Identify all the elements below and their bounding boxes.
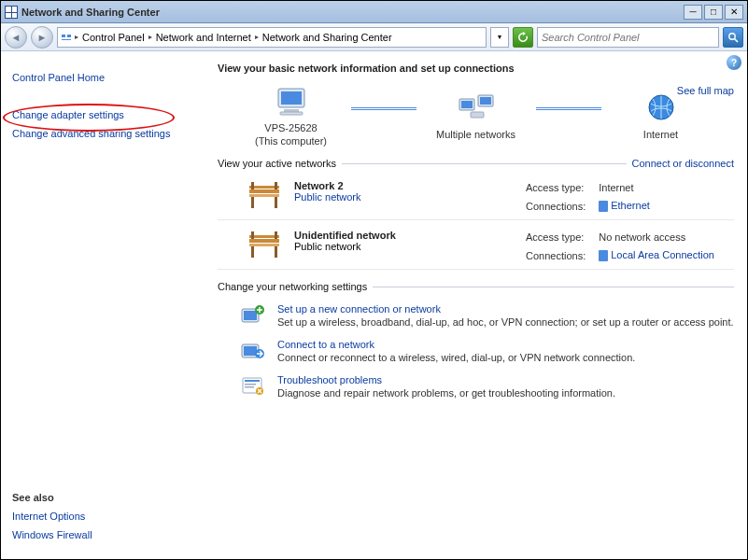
breadcrumb-item[interactable]: Network and Sharing Center (261, 32, 394, 43)
svg-point-3 (729, 33, 735, 38)
svg-rect-0 (62, 35, 65, 37)
sidebar: Control Panel Home Change adapter settin… (1, 51, 205, 559)
change-adapter-settings-link[interactable]: Change adapter settings (12, 109, 193, 120)
svg-rect-10 (461, 101, 473, 108)
bench-icon (246, 180, 283, 214)
svg-rect-1 (67, 35, 71, 37)
close-button[interactable]: ✕ (725, 5, 743, 20)
connections-label: Connections: (526, 201, 586, 212)
search-input[interactable] (538, 32, 718, 43)
action-item: Set up a new connection or network Set u… (218, 298, 734, 333)
svg-rect-18 (251, 197, 254, 208)
svg-rect-29 (275, 231, 277, 239)
svg-rect-19 (275, 197, 277, 208)
connection-link[interactable]: Ethernet (611, 200, 650, 211)
search-box[interactable] (537, 27, 719, 48)
change-advanced-sharing-link[interactable]: Change advanced sharing settings (12, 128, 193, 139)
network-name: Unidentified network (294, 230, 396, 241)
svg-rect-34 (244, 346, 257, 356)
map-this-computer-sub: (This computer) (255, 135, 327, 147)
svg-rect-13 (471, 112, 484, 118)
connect-disconnect-link[interactable]: Connect or disconnect (632, 158, 734, 169)
svg-rect-21 (251, 182, 254, 189)
page-heading: View your basic network information and … (218, 63, 734, 74)
connection-link[interactable]: Local Area Connection (611, 249, 714, 260)
action-description: Diagnose and repair network problems, or… (277, 387, 615, 399)
change-settings-heading: Change your networking settings (218, 281, 367, 292)
network-name: Network 2 (294, 180, 361, 191)
svg-rect-24 (249, 244, 279, 246)
back-button[interactable]: ◄ (5, 26, 27, 49)
breadcrumb-item[interactable]: Control Panel (80, 32, 147, 43)
map-connector-line (351, 107, 416, 110)
breadcrumb-sep-icon[interactable]: ▸ (253, 33, 261, 41)
svg-rect-16 (249, 189, 279, 193)
connections-label: Connections: (526, 250, 586, 261)
network-group-icon (456, 91, 497, 127)
network-map: VPS-25628 (This computer) Multiple netwo… (218, 85, 734, 147)
connect-network-icon (240, 339, 266, 363)
main-content: ? View your basic network information an… (205, 51, 747, 559)
network-card: Network 2 Public network Access type: In… (218, 175, 734, 220)
address-dropdown-button[interactable]: ▾ (490, 27, 509, 48)
svg-rect-23 (249, 239, 279, 243)
see-also-section: See also Internet Options Windows Firewa… (12, 492, 92, 548)
svg-rect-22 (275, 182, 277, 189)
breadcrumb-sep-icon[interactable]: ▸ (147, 33, 154, 41)
internet-globe-icon (643, 91, 679, 127)
svg-rect-25 (251, 246, 254, 258)
map-middle-label: Multiple networks (436, 129, 515, 140)
app-icon (5, 6, 18, 19)
ethernet-plug-icon (599, 201, 608, 212)
action-description: Connect or reconnect to a wireless, wire… (277, 352, 635, 363)
map-connector-line (536, 107, 601, 110)
action-title-link[interactable]: Connect to a network (277, 339, 635, 350)
svg-rect-26 (275, 246, 277, 258)
control-panel-home-link[interactable]: Control Panel Home (12, 72, 193, 83)
active-networks-heading: View your active networks (218, 158, 336, 169)
action-item: Troubleshoot problems Diagnose and repai… (218, 369, 734, 404)
svg-rect-38 (245, 384, 256, 385)
network-type-label: Public network (294, 241, 361, 252)
address-bar[interactable]: ▸ Control Panel ▸ Network and Internet ▸… (57, 27, 487, 48)
see-also-heading: See also (12, 492, 92, 503)
map-this-computer-name: VPS-25628 (264, 122, 317, 133)
action-item: Connect to a network Connect or reconnec… (218, 333, 734, 369)
svg-rect-28 (251, 231, 254, 239)
access-type-label: Access type: (526, 231, 586, 243)
breadcrumb-item[interactable]: Network and Internet (154, 32, 253, 43)
network-type-link[interactable]: Public network (294, 191, 361, 203)
refresh-button[interactable] (513, 27, 533, 48)
nav-bar: ◄ ► ▸ Control Panel ▸ Network and Intern… (1, 23, 747, 51)
action-description: Set up a wireless, broadband, dial-up, a… (277, 316, 734, 328)
access-type-value: Internet (599, 182, 650, 193)
see-also-link[interactable]: Internet Options (12, 511, 92, 522)
svg-rect-37 (245, 380, 260, 382)
see-also-link[interactable]: Windows Firewall (12, 529, 92, 540)
svg-rect-2 (62, 39, 71, 40)
search-button[interactable] (723, 27, 743, 48)
access-type-value: No network access (599, 231, 714, 243)
maximize-button[interactable]: □ (704, 5, 723, 20)
breadcrumb-root-icon[interactable] (60, 29, 73, 46)
breadcrumb-sep-icon[interactable]: ▸ (73, 33, 80, 41)
map-internet-label: Internet (643, 129, 678, 140)
svg-line-4 (735, 38, 739, 42)
action-title-link[interactable]: Set up a new connection or network (277, 303, 734, 315)
action-title-link[interactable]: Troubleshoot problems (277, 374, 615, 385)
svg-rect-17 (249, 194, 279, 197)
ethernet-plug-icon (599, 250, 608, 261)
svg-rect-8 (280, 112, 303, 115)
network-card: Unidentified network Public network Acce… (218, 224, 734, 270)
svg-rect-12 (480, 97, 491, 105)
access-type-label: Access type: (526, 182, 586, 193)
svg-rect-39 (245, 386, 254, 388)
computer-icon (271, 85, 312, 120)
svg-rect-6 (281, 91, 302, 105)
help-icon[interactable]: ? (727, 55, 741, 70)
minimize-button[interactable]: ─ (684, 5, 702, 20)
svg-rect-31 (244, 311, 257, 320)
window-title: Network and Sharing Center (21, 7, 160, 18)
forward-button[interactable]: ► (31, 26, 53, 49)
title-bar: Network and Sharing Center ─ □ ✕ (1, 1, 747, 23)
